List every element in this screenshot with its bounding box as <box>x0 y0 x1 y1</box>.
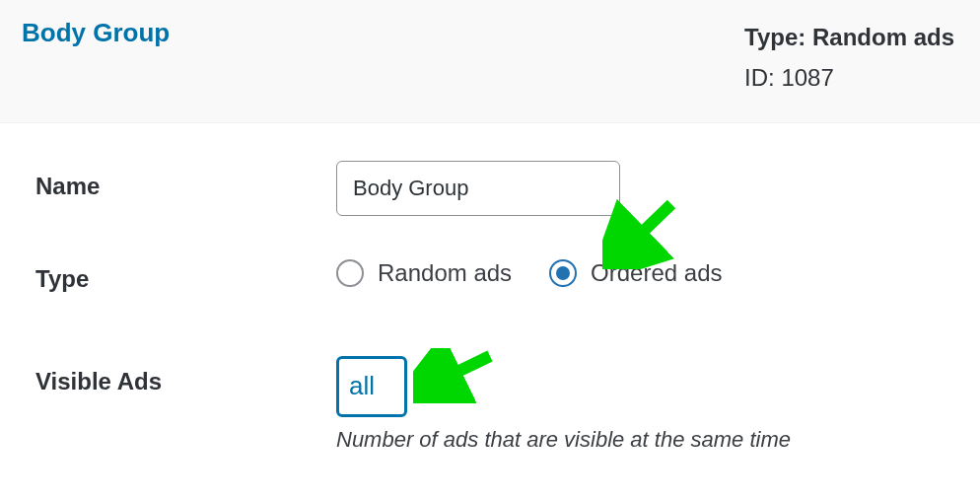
meta-id-label: ID: <box>744 64 775 91</box>
annotation-arrow-icon <box>413 348 498 403</box>
meta-type-value: Random ads <box>812 24 954 50</box>
visible-ads-label: Visible Ads <box>35 356 336 395</box>
radio-icon <box>549 259 577 287</box>
visible-ads-input[interactable] <box>336 356 407 417</box>
svg-line-3 <box>429 356 490 386</box>
radio-icon <box>336 259 364 287</box>
meta-id-value: 1087 <box>781 64 833 91</box>
type-option-random[interactable]: Random ads <box>336 259 512 287</box>
type-radio-group: Random ads Ordered ads <box>336 253 958 287</box>
meta-type-label: Type: <box>744 24 805 50</box>
name-row: Name <box>35 161 958 216</box>
visible-ads-row: Visible Ads Number of ads that are visib… <box>35 356 958 453</box>
group-meta: Type: Random ads ID: 1087 <box>744 18 954 99</box>
type-row: Type Random ads Ordered ads <box>35 253 958 293</box>
group-title[interactable]: Body Group <box>22 18 170 48</box>
group-form: Name Type Random ads Ordered ads <box>0 123 980 453</box>
group-header: Body Group Type: Random ads ID: 1087 <box>0 0 980 123</box>
radio-label-ordered: Ordered ads <box>591 259 722 287</box>
type-option-ordered[interactable]: Ordered ads <box>549 259 722 287</box>
name-label: Name <box>35 161 336 200</box>
type-label: Type <box>35 253 336 293</box>
radio-label-random: Random ads <box>378 259 512 287</box>
visible-ads-hint: Number of ads that are visible at the sa… <box>336 427 958 453</box>
name-input[interactable] <box>336 161 620 216</box>
